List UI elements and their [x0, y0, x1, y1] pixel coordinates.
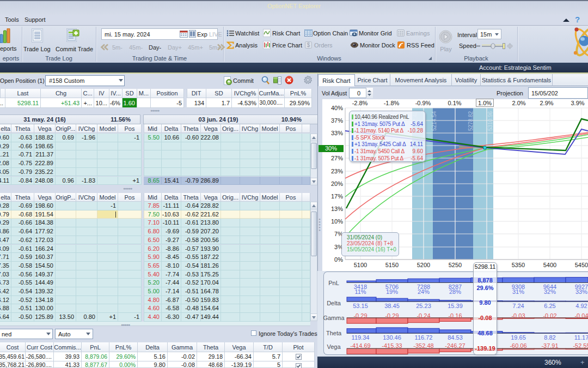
svg-text:$: $: [307, 42, 310, 48]
svg-text:5278.82: 5278.82: [468, 111, 474, 131]
svg-text:5310.96: 5310.96: [487, 111, 493, 131]
svg-text:5214.54: 5214.54: [431, 111, 437, 131]
